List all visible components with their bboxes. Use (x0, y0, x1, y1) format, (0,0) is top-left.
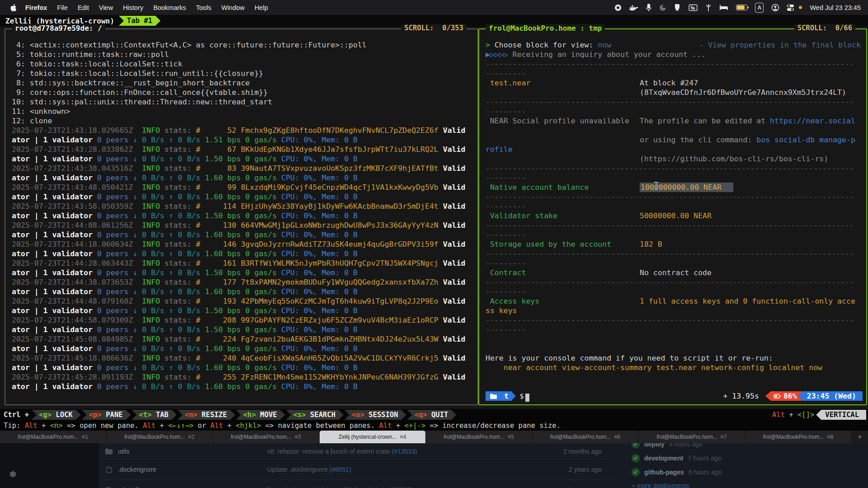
separator-line: ----------------------------------------… (486, 249, 863, 258)
more-deployments-link[interactable]: + more deployments (632, 482, 868, 488)
terminal-line: (https://github.com/bos-cli-rs/bos-cli-r… (486, 154, 863, 164)
terminal-line: ss keys (486, 306, 863, 315)
terminal-line: near account view-account-summary test.n… (486, 363, 863, 372)
pane-left-content: 4: <actix::contextimpl::ContextFut<A,C> … (5, 29, 477, 404)
pane-right[interactable]: frol@MacBookPro.home : tmp SCROLL: 0/66 … (478, 28, 867, 405)
settings-gear-icon[interactable] (7, 469, 17, 481)
terminal-cursor[interactable] (525, 394, 529, 402)
bed-icon[interactable] (719, 3, 728, 12)
keybind-search: <s> SEARCH (286, 410, 344, 420)
terminal-tab-2[interactable]: frol@MacBookPro.hom...⌘2 (107, 431, 213, 443)
menu-item-firefox[interactable]: Firefox (20, 4, 52, 11)
commit-message[interactable]: Update .dockerignore (#8651) (267, 466, 543, 473)
new-tab-button[interactable]: + (852, 431, 868, 443)
log-line-validator: ator | 1 validator 0 peers ↓ 0 B/s ↑ 0 B… (12, 287, 474, 296)
separator-line: --------- (486, 230, 863, 239)
spinner-icon[interactable] (659, 3, 666, 12)
keybind-session: <o> SESSION (344, 410, 406, 420)
menu-item-bookmarks[interactable]: Bookmarks (148, 4, 191, 11)
battery-icon[interactable] (736, 3, 747, 12)
zellij-tab-1[interactable]: Tab #1 (119, 16, 160, 26)
separator-line: ----------------------------------------… (486, 192, 863, 202)
log-line-stats: 2025-07-23T21:44:38.073653Z INFO stats: … (12, 277, 474, 287)
menu-item-file[interactable]: File (52, 4, 72, 11)
pr-link[interactable]: (#13533) (392, 448, 417, 455)
pointer-glove-icon[interactable] (674, 3, 681, 12)
terminal-line: (8TxqWvaeCDfnJr6DfBwoUYrGe7Anncnx9Xm5Jtr… (486, 88, 863, 97)
terminal-line: Storage used by the account182 B (486, 239, 863, 249)
commit-date: 2 years ago (543, 466, 602, 473)
separator-line: --------- (486, 173, 863, 183)
screen-share-icon[interactable] (689, 3, 698, 12)
terminal-tab-4[interactable]: Zellij (hysterical-crown...⌘4 (320, 431, 426, 443)
zellij-window: Zellij (hysterical-crown) Tab #1 root@d7… (0, 15, 868, 431)
menu-item-view[interactable]: View (94, 4, 118, 11)
terminal-line: rofile (486, 145, 863, 154)
deployment-item[interactable]: ✓development7 hours ago (632, 454, 868, 462)
file-icon (100, 487, 118, 488)
menu-item-help[interactable]: Help (250, 4, 273, 11)
separator-line: --------- (486, 258, 863, 268)
menu-bar-clock[interactable]: Wed Jul 23 23:45 (810, 4, 861, 11)
control-center-icon[interactable] (787, 3, 802, 12)
keybind-quit: <q> QUIT (407, 410, 457, 420)
log-line-validator: ator | 1 validator 0 peers ↓ 0 B/s ↑ 0 B… (12, 344, 474, 353)
apple-menu-icon[interactable] (10, 4, 17, 12)
pane-left[interactable]: root@d778a97e59de: / SCROLL: 0/353 4: <a… (5, 28, 478, 405)
separator-line: ----------------------------------------… (486, 164, 863, 173)
log-line-stats: 2025-07-23T21:44:48.079168Z INFO stats: … (12, 296, 474, 306)
deployment-time: 7 hours ago (688, 455, 721, 462)
sprout-icon[interactable] (705, 3, 712, 12)
terminal-line: Here is your console command if you need… (486, 353, 863, 363)
menu-item-window[interactable]: Window (216, 4, 250, 11)
notification-dot (799, 6, 802, 9)
separator-line: --------- (486, 202, 863, 211)
terminal-line: NEAR Social profile unavailableThe profi… (486, 116, 863, 126)
separator-line: --------- (486, 287, 863, 296)
file-name[interactable]: .gitattributes (118, 486, 267, 488)
stack-trace-line: 4: <actix::contextimpl::ContextFut<A,C> … (12, 40, 474, 50)
file-row[interactable]: .dockerignoreUpdate .dockerignore (#8651… (100, 459, 613, 479)
separator-line: ----------------------------------------… (486, 277, 863, 287)
pr-link[interactable]: (#8868) (391, 486, 412, 488)
stack-trace-line: 5: tokio::runtime::task::raw::poll (12, 50, 474, 59)
terminal-tab-5[interactable]: frol@MacBookPro.hom...⌘5 (426, 431, 533, 443)
deployment-item[interactable]: ✓github-pages6 hours ago (632, 468, 868, 476)
commit-message[interactable]: nit: refactor: remove a bunch of extern … (267, 448, 543, 455)
log-line-stats: 2025-07-23T21:44:28.063443Z INFO stats: … (12, 258, 474, 268)
menu-item-edit[interactable]: Edit (73, 4, 94, 11)
docker-icon[interactable] (629, 3, 638, 12)
file-name[interactable]: .dockerignore (118, 466, 267, 473)
deployment-name[interactable]: github-pages (644, 469, 684, 476)
terminal-tab-8[interactable]: frol@MacBookPro.hom...⌘8 (745, 431, 852, 443)
microphone-icon[interactable] (646, 3, 651, 12)
deployment-name[interactable]: development (644, 455, 683, 462)
terminal-tab-7[interactable]: frol@MacBookPro.hom...⌘7 (639, 431, 745, 443)
browser-window: utilsnit: refactor: remove a bunch of ex… (0, 443, 868, 488)
screen: FirefoxFileEditViewHistoryBookmarksTools… (0, 0, 868, 488)
pr-link[interactable]: (#8651) (330, 466, 351, 473)
user-account-icon[interactable] (771, 3, 779, 12)
command-duration: + 13.95s (723, 391, 759, 401)
log-line-stats: 2025-07-23T21:45:18.086636Z INFO stats: … (12, 353, 474, 363)
terminal-tab-1[interactable]: frol@MacBookPro.hom...⌘1 (0, 431, 107, 443)
deployment-item[interactable]: ✓deploy4 hours ago (632, 443, 868, 448)
file-row[interactable]: utilsnit: refactor: remove a bunch of ex… (100, 443, 613, 459)
status-layout-ribbon: VERTICAL (816, 410, 866, 420)
browser-left-rail (0, 443, 99, 488)
file-row[interactable]: .gitattributesfix: exclude test WebAssem… (100, 479, 613, 488)
menu-item-history[interactable]: History (118, 4, 148, 11)
folder-icon (100, 448, 118, 455)
terminal-tab-3[interactable]: frol@MacBookPro.hom...⌘3 (213, 431, 320, 443)
commit-message[interactable]: fix: exclude test WebAssembly from lingu… (267, 486, 543, 488)
file-name[interactable]: utils (118, 448, 267, 455)
separator-line: --------- (486, 107, 863, 116)
record-icon[interactable] (614, 3, 622, 12)
deployment-name[interactable]: deploy (644, 443, 665, 448)
menu-item-tools[interactable]: Tools (191, 4, 217, 11)
keybind-tab: <t> TAB (132, 410, 176, 420)
shell-prompt[interactable]: t$+ 13.95s86%23:45 (Wed) (486, 391, 863, 401)
input-source-icon[interactable]: A (755, 3, 764, 13)
log-line-validator: ator | 1 validator 0 peers ↓ 0 B/s ↑ 0 B… (12, 325, 474, 334)
terminal-tab-6[interactable]: frol@MacBookPro.hom...⌘6 (533, 431, 639, 443)
